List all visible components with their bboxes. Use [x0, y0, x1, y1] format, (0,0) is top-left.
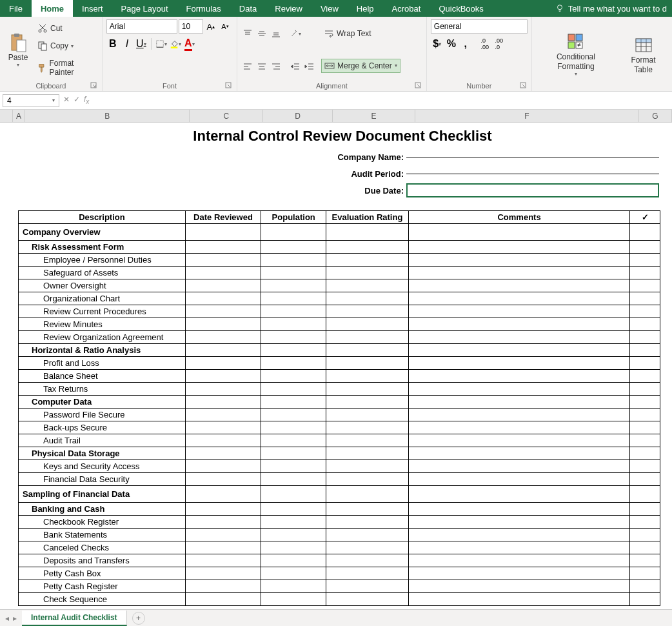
table-row[interactable]: Computer Data — [19, 396, 186, 409]
table-row[interactable]: Checkbook Register — [19, 516, 186, 529]
table-row[interactable]: Tax Returns — [19, 383, 186, 396]
tab-page-layout[interactable]: Page Layout — [112, 0, 177, 17]
table-row[interactable]: Balance Sheet — [19, 370, 186, 383]
table-row[interactable]: Petty Cash Register — [19, 580, 186, 593]
col-header-F[interactable]: F — [415, 110, 639, 122]
table-row[interactable]: Owner Oversight — [19, 279, 186, 292]
tab-insert[interactable]: Insert — [73, 0, 112, 17]
table-row[interactable]: Canceled Checks — [19, 541, 186, 554]
col-comments[interactable]: Comments — [408, 211, 630, 224]
table-row[interactable]: Employee / Personnel Duties — [19, 254, 186, 267]
name-box[interactable]: 4▾ — [3, 94, 59, 107]
field-company-name[interactable] — [406, 157, 659, 157]
col-header-B[interactable]: B — [25, 110, 190, 122]
tab-acrobat[interactable]: Acrobat — [383, 0, 430, 17]
cut-button[interactable]: Cut — [35, 22, 98, 35]
decrease-indent-button[interactable] — [289, 60, 302, 73]
field-due-date[interactable] — [406, 183, 659, 197]
table-row[interactable]: Financial Data Security — [19, 473, 186, 486]
table-row[interactable]: Back-ups Secure — [19, 421, 186, 434]
col-date-reviewed[interactable]: Date Reviewed — [185, 211, 261, 224]
decrease-decimal-button[interactable]: .00.0 — [493, 37, 506, 50]
increase-font-button[interactable]: A▴ — [204, 20, 217, 33]
align-left-button[interactable] — [241, 60, 254, 73]
table-row[interactable]: Safeguard of Assets — [19, 267, 186, 279]
orientation-button[interactable]: ▾ — [289, 27, 302, 40]
table-row[interactable]: Banking and Cash — [19, 503, 186, 516]
wrap-text-button[interactable]: Wrap Text — [321, 27, 400, 40]
table-row[interactable]: Deposits and Transfers — [19, 554, 186, 567]
tell-me-search[interactable]: Tell me what you want to d — [550, 0, 672, 17]
enter-formula-icon[interactable]: ✓ — [74, 95, 80, 105]
tab-view[interactable]: View — [311, 0, 348, 17]
table-row[interactable]: Organizational Chart — [19, 292, 186, 305]
increase-indent-button[interactable] — [303, 60, 316, 73]
fx-icon[interactable]: fx — [84, 95, 89, 105]
col-header-E[interactable]: E — [333, 110, 415, 122]
table-row[interactable]: Audit Trail — [19, 434, 186, 447]
table-row[interactable]: Risk Assessment Form — [19, 241, 186, 254]
table-row[interactable]: Review Current Procedures — [19, 305, 186, 318]
copy-button[interactable]: Copy▾ — [35, 39, 98, 52]
col-check[interactable]: ✓ — [630, 211, 660, 224]
increase-decimal-button[interactable]: .0.00 — [479, 37, 491, 50]
table-row[interactable]: Physical Data Storage — [19, 447, 186, 460]
italic-button[interactable]: I — [121, 37, 133, 50]
col-header-G[interactable]: G — [639, 110, 672, 122]
col-description[interactable]: Description — [19, 211, 186, 224]
number-format-select[interactable] — [431, 19, 528, 34]
table-row[interactable]: Horizontal & Ratio Analysis — [19, 344, 186, 357]
align-bottom-button[interactable] — [270, 27, 282, 40]
decrease-font-button[interactable]: A▾ — [219, 20, 232, 33]
tab-formulas[interactable]: Formulas — [177, 0, 230, 17]
dialog-launcher-icon[interactable] — [90, 82, 97, 88]
col-header-C[interactable]: C — [190, 110, 263, 122]
table-row[interactable]: Password File Secure — [19, 409, 186, 421]
sheet-nav-next-icon[interactable]: ▸ — [13, 614, 17, 623]
accounting-format-button[interactable]: $▾ — [431, 37, 444, 50]
table-row[interactable]: Profit and Loss — [19, 357, 186, 370]
align-center-button[interactable] — [255, 60, 268, 73]
table-row[interactable]: Bank Statements — [19, 529, 186, 541]
bold-button[interactable]: B — [106, 37, 119, 50]
tab-home[interactable]: Home — [32, 0, 73, 17]
table-row[interactable]: Company Overview — [19, 224, 186, 241]
sheet-tab-active[interactable]: Internal Audit Checklist — [22, 611, 127, 626]
dialog-launcher-icon[interactable] — [225, 82, 232, 88]
tab-quickbooks[interactable]: QuickBooks — [430, 0, 492, 17]
paste-button[interactable]: Paste▾ — [4, 19, 32, 81]
font-size-select[interactable] — [179, 19, 203, 34]
font-color-button[interactable]: A▾ — [183, 37, 196, 50]
dialog-launcher-icon[interactable] — [520, 82, 526, 88]
merge-center-button[interactable]: Merge & Center▾ — [321, 59, 400, 73]
add-sheet-button[interactable]: + — [132, 612, 145, 625]
table-row[interactable]: Review Minutes — [19, 318, 186, 331]
table-row[interactable]: Sampling of Financial Data — [19, 486, 186, 503]
borders-button[interactable]: ▾ — [155, 37, 168, 50]
formula-input[interactable] — [93, 95, 672, 106]
comma-button[interactable]: , — [459, 37, 472, 50]
table-row[interactable]: Keys and Security Access — [19, 460, 186, 473]
tab-file[interactable]: File — [0, 0, 32, 17]
format-painter-button[interactable]: Format Painter — [35, 57, 98, 78]
cancel-formula-icon[interactable]: ✕ — [63, 95, 70, 105]
align-right-button[interactable] — [270, 60, 282, 73]
col-header-D[interactable]: D — [263, 110, 333, 122]
format-table-button[interactable]: Format Table — [618, 19, 668, 90]
table-row[interactable]: Review Organization Agreement — [19, 331, 186, 344]
sheet-nav-prev-icon[interactable]: ◂ — [5, 614, 9, 623]
underline-button[interactable]: U▾ — [135, 37, 148, 50]
font-name-select[interactable] — [106, 19, 177, 34]
conditional-formatting-button[interactable]: ≠ Conditional Formatting▾ — [536, 19, 616, 90]
col-header-A[interactable]: A — [13, 110, 26, 122]
worksheet-grid[interactable]: ABCDEFG Internal Control Review Document… — [0, 110, 672, 606]
table-row[interactable]: Check Sequence — [19, 593, 186, 606]
table-row[interactable]: Petty Cash Box — [19, 567, 186, 580]
align-middle-button[interactable] — [255, 27, 268, 40]
align-top-button[interactable] — [241, 27, 254, 40]
field-audit-period[interactable] — [406, 174, 659, 174]
checklist-table[interactable]: Description Date Reviewed Population Eva… — [18, 210, 660, 606]
col-evaluation[interactable]: Evaluation Rating — [326, 211, 408, 224]
col-population[interactable]: Population — [261, 211, 326, 224]
dialog-launcher-icon[interactable] — [415, 82, 421, 88]
